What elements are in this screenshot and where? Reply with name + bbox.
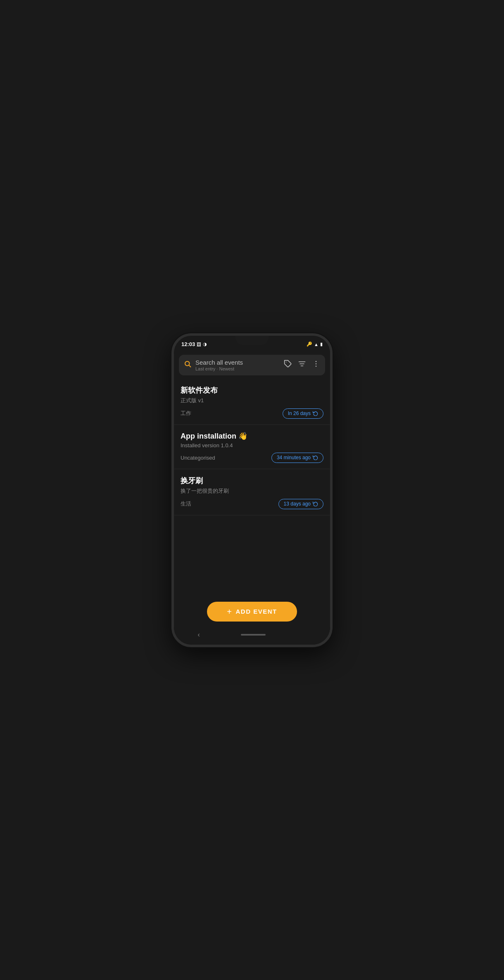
event-subtitle: 换了一把很贵的牙刷 — [181, 487, 323, 495]
brightness-icon: ◑ — [203, 342, 207, 347]
search-actions — [284, 360, 320, 370]
home-indicator[interactable] — [241, 634, 266, 636]
tag-icon[interactable] — [284, 360, 292, 370]
event-time-text: In 26 days — [288, 411, 311, 416]
event-item[interactable]: 换牙刷 换了一把很贵的牙刷 生活 13 days ago — [174, 469, 330, 515]
event-time-text: 13 days ago — [284, 501, 311, 507]
filter-icon[interactable] — [298, 360, 306, 370]
search-subtitle: Last entry · Newest — [195, 366, 280, 371]
search-placeholder: Search all events — [195, 359, 280, 366]
empty-space — [174, 515, 330, 557]
events-list: 新软件发布 正式版 v1 工作 In 26 days — [174, 379, 330, 595]
image-icon: 🖼 — [197, 342, 201, 347]
event-title: 新软件发布 — [181, 385, 323, 395]
add-event-label: ADD EVENT — [236, 608, 277, 615]
add-event-section: + ADD EVENT — [174, 595, 330, 626]
event-item[interactable]: App installation 👋 Installed version 1.0… — [174, 425, 330, 469]
event-category: 工作 — [181, 410, 191, 417]
more-options-icon[interactable] — [312, 360, 320, 370]
phone-frame: 12:03 🖼 ◑ 🔑 ▲ ▮ Search — [171, 333, 333, 647]
search-icon — [184, 360, 191, 370]
status-time: 12:03 — [181, 341, 195, 347]
add-event-button[interactable]: + ADD EVENT — [207, 602, 297, 622]
event-footer: 工作 In 26 days — [181, 408, 323, 419]
bottom-nav: ‹ — [174, 626, 330, 645]
event-time-text: 34 minutes ago — [277, 455, 311, 460]
search-bar[interactable]: Search all events Last entry · Newest — [179, 355, 325, 375]
battery-icon: ▮ — [320, 342, 323, 347]
phone-notch — [235, 336, 269, 345]
event-time-badge[interactable]: 13 days ago — [278, 499, 323, 509]
event-category: 生活 — [181, 500, 191, 508]
event-footer: Uncategorised 34 minutes ago — [181, 453, 323, 463]
event-time-badge[interactable]: 34 minutes ago — [271, 453, 323, 463]
back-button[interactable]: ‹ — [191, 629, 206, 640]
event-category: Uncategorised — [181, 455, 215, 461]
recurrence-icon — [313, 411, 318, 417]
event-footer: 生活 13 days ago — [181, 499, 323, 509]
search-text[interactable]: Search all events Last entry · Newest — [195, 359, 280, 371]
plus-icon: + — [227, 607, 232, 616]
key-icon: 🔑 — [307, 342, 312, 347]
event-subtitle: Installed version 1.0.4 — [181, 442, 323, 448]
event-time-badge[interactable]: In 26 days — [283, 408, 323, 419]
recurrence-icon — [313, 455, 318, 461]
wifi-icon: ▲ — [314, 342, 319, 347]
svg-point-6 — [316, 361, 317, 362]
event-item[interactable]: 新软件发布 正式版 v1 工作 In 26 days — [174, 379, 330, 425]
event-title: App installation 👋 — [181, 432, 323, 441]
svg-point-8 — [316, 366, 317, 367]
event-subtitle: 正式版 v1 — [181, 397, 323, 404]
event-title: 换牙刷 — [181, 476, 323, 486]
recurrence-icon — [313, 501, 318, 507]
main-content: Search all events Last entry · Newest — [174, 351, 330, 645]
svg-line-1 — [189, 365, 190, 367]
svg-point-7 — [316, 363, 317, 365]
spacer — [300, 633, 313, 636]
